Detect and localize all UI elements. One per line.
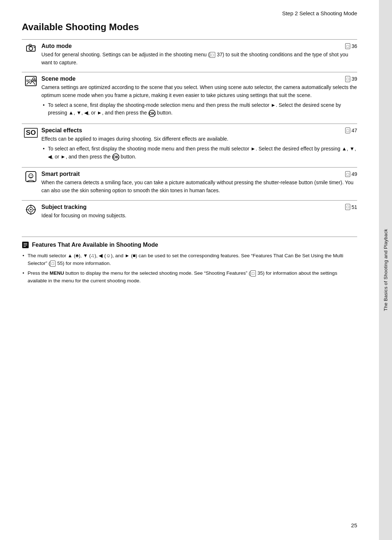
table-row: Smart portrait □49 When the camera detec…	[22, 168, 357, 200]
ref-icon-auto: □	[345, 43, 351, 49]
mode-icon-scene: SCENE	[22, 72, 41, 124]
ok-button-icon: OK	[112, 153, 119, 161]
modes-table: Auto mode □36 Used for general shooting.…	[22, 39, 357, 225]
ref-icon-tracking: □	[345, 204, 351, 210]
page-container: Step 2 Select a Shooting Mode Available …	[0, 0, 392, 540]
ref-inline: □	[250, 270, 256, 276]
special-bullets: To select an effect, first display the s…	[41, 145, 357, 161]
auto-ref: □36	[345, 43, 357, 49]
menu-label: MENU	[50, 270, 64, 276]
list-item: To select a scene, first display the sho…	[41, 101, 357, 117]
tracking-desc: Ideal for focusing on moving subjects.	[41, 210, 357, 223]
svg-rect-3	[34, 47, 35, 48]
table-row: Auto mode □36 Used for general shooting.…	[22, 40, 357, 72]
side-tab-text: The Basics of Shooting and Playback	[383, 229, 388, 311]
special-ref: □47	[345, 128, 357, 133]
table-row: SCENE Scene mode □39 Camera settings are…	[22, 72, 357, 124]
tracking-title: Subject tracking	[41, 204, 86, 210]
ref-icon-portrait: □	[345, 171, 351, 177]
mode-title-scene: Scene mode □39 Camera settings are optim…	[41, 72, 357, 124]
tracking-ref: □51	[345, 204, 357, 210]
ref-inline: □	[210, 52, 215, 58]
mode-icon-portrait	[22, 168, 41, 200]
mode-icon-tracking	[22, 200, 41, 225]
ok-button-icon: OK	[148, 110, 156, 117]
auto-title: Auto mode	[41, 43, 72, 49]
header-text: Step 2 Select a Shooting Mode	[282, 10, 357, 16]
ref-icon-scene: □	[345, 76, 351, 82]
ref-inline: □	[50, 261, 56, 266]
svg-point-10	[32, 175, 32, 176]
page-number: 25	[351, 522, 357, 528]
note-icon	[22, 241, 29, 249]
scene-bullets: To select a scene, first display the sho…	[41, 101, 357, 117]
portrait-desc: When the camera detects a smiling face, …	[41, 177, 357, 198]
table-row: SO Special effects □47 Effects can be ap…	[22, 124, 357, 168]
svg-rect-2	[29, 44, 31, 46]
mode-icon-auto	[22, 40, 41, 72]
svg-point-9	[30, 175, 30, 176]
table-row: Subject tracking □51 Ideal for focusing …	[22, 200, 357, 225]
auto-desc: Used for general shooting. Settings can …	[41, 49, 357, 70]
list-item: Press the MENU button to display the men…	[22, 270, 357, 285]
svg-point-17	[30, 209, 32, 210]
special-title: Special effects	[41, 127, 82, 134]
mode-title-auto: Auto mode □36 Used for general shooting.…	[41, 40, 357, 72]
special-desc: Effects can be applied to images during …	[41, 134, 357, 165]
portrait-title: Smart portrait	[41, 171, 80, 177]
mode-icon-special: SO	[22, 124, 41, 168]
main-content: Step 2 Select a Shooting Mode Available …	[0, 0, 379, 540]
mode-title-special: Special effects □47 Effects can be appli…	[41, 124, 357, 168]
features-bullets: The multi selector ▲ (♣), ▼ (♫), ◀ (☺), …	[22, 252, 357, 285]
mode-title-tracking: Subject tracking □51 Ideal for focusing …	[41, 200, 357, 225]
page-header: Step 2 Select a Shooting Mode	[22, 10, 357, 16]
ref-icon-special: □	[345, 128, 351, 133]
mode-title-portrait: Smart portrait □49 When the camera detec…	[41, 168, 357, 200]
svg-point-1	[29, 47, 33, 51]
scene-desc: Camera settings are optimized according …	[41, 82, 357, 122]
features-title: Features That Are Available in Shooting …	[22, 241, 357, 249]
features-heading: Features That Are Available in Shooting …	[32, 242, 158, 248]
scene-title: Scene mode	[41, 76, 75, 82]
list-item: The multi selector ▲ (♣), ▼ (♫), ◀ (☺), …	[22, 252, 357, 267]
features-section: Features That Are Available in Shooting …	[22, 237, 357, 285]
scene-ref: □39	[345, 76, 357, 82]
side-tab: The Basics of Shooting and Playback	[379, 0, 392, 540]
so-icon: SO	[24, 128, 37, 138]
section-title: Available Shooting Modes	[22, 21, 357, 33]
list-item: To select an effect, first display the s…	[41, 145, 357, 161]
portrait-ref: □49	[345, 171, 357, 177]
